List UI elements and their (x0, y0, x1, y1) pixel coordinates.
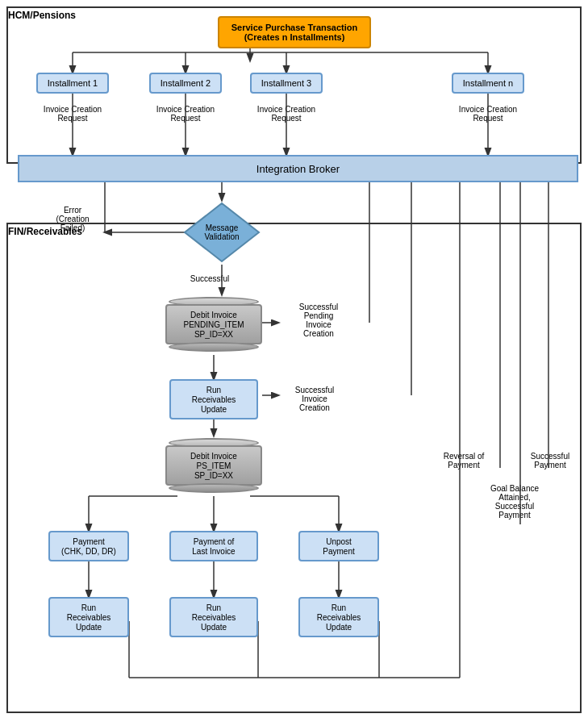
service-purchase-box: Service Purchase Transaction (Creates n … (218, 16, 371, 48)
debit-invoice-pending-cylinder: Debit Invoice PENDING_ITEM SP_ID=XX (165, 294, 262, 354)
installment1-box: Installment 1 (36, 73, 109, 94)
invoice-creation2-label: Invoice CreationRequest (149, 105, 222, 123)
installment-n-box: Installment n (452, 73, 524, 94)
unpost-payment-box: Unpost Payment (298, 531, 379, 561)
run-receivables-update1-box: Run Receivables Update (169, 379, 258, 419)
diagram-container: HCM/Pensions FIN/Receivables Service Pur… (0, 0, 588, 722)
integration-broker-box: Integration Broker (18, 155, 578, 182)
run-receivables-update3-box: Run Receivables Update (169, 597, 258, 637)
installment2-box: Installment 2 (149, 73, 222, 94)
goal-balance-label: Goal BalanceAttained,SuccessfulPayment (482, 484, 547, 520)
run-receivables-update4-box: Run Receivables Update (298, 597, 379, 637)
message-validation-diamond: MessageValidation (181, 200, 262, 265)
invoice-creation-n-label: Invoice CreationRequest (452, 105, 524, 123)
error-label: Error(CreationFailed) (40, 206, 105, 232)
invoice-creation3-label: Invoice CreationRequest (250, 105, 323, 123)
run-receivables-update2-box: Run Receivables Update (48, 597, 129, 637)
successful-label: Successful (186, 274, 234, 283)
reversal-payment-label: Reversal ofPayment (432, 452, 496, 470)
successful-payment-label: SuccessfulPayment (523, 452, 578, 470)
payment-last-invoice-box: Payment of Last Invoice (169, 531, 258, 561)
successful-invoice-label: SuccessfulInvoiceCreation (274, 386, 355, 412)
installment3-box: Installment 3 (250, 73, 323, 94)
payment-chk-box: Payment (CHK, DD, DR) (48, 531, 129, 561)
invoice-creation1-label: Invoice CreationRequest (36, 105, 109, 123)
debit-invoice-ps-cylinder: Debit Invoice PS_ITEM SP_ID=XX (165, 436, 262, 495)
successful-pending-label: SuccessfulPendingInvoiceCreation (278, 303, 359, 338)
